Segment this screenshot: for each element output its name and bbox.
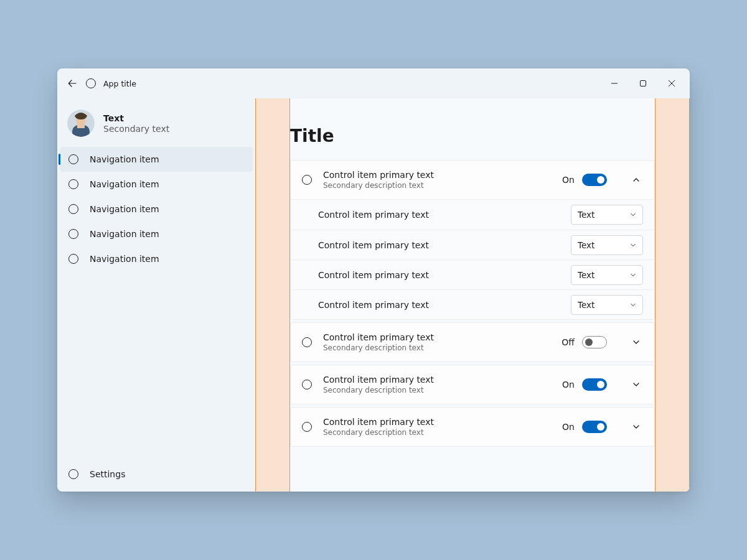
combo-box[interactable]: Text: [571, 235, 643, 255]
settings-group-0: Control item primary text Secondary desc…: [290, 160, 655, 320]
nav-item-label: Navigation item: [90, 179, 159, 189]
chevron-up-icon: [632, 176, 640, 184]
group-primary: Control item primary text: [323, 417, 551, 427]
toggle-group: On: [562, 174, 607, 186]
maximize-button[interactable]: [629, 73, 657, 93]
nav-settings[interactable]: Settings: [60, 462, 253, 487]
settings-group-2: Control item primary text Secondary desc…: [290, 365, 655, 404]
nav-item-label: Navigation item: [90, 254, 159, 264]
chevron-down-icon: [630, 242, 636, 248]
combo-box[interactable]: Text: [571, 295, 643, 315]
group-titles: Control item primary text Secondary desc…: [323, 375, 551, 394]
chevron-down-icon: [632, 381, 640, 388]
toggle-knob: [597, 176, 604, 184]
nav-item-icon: [68, 254, 78, 264]
nav-list: Navigation item Navigation item Navigati…: [57, 147, 255, 271]
group-primary: Control item primary text: [323, 375, 551, 385]
group-primary: Control item primary text: [323, 332, 550, 342]
back-button[interactable]: [66, 77, 78, 90]
nav-item-3[interactable]: Navigation item: [60, 222, 253, 246]
settings-group-3: Control item primary text Secondary desc…: [290, 407, 655, 447]
app-icon: [86, 78, 96, 88]
settings-row: Control item primary text Text: [291, 230, 654, 259]
settings-label: Settings: [90, 469, 125, 479]
nav-item-icon: [68, 229, 78, 239]
group-primary: Control item primary text: [323, 170, 551, 180]
expand-button[interactable]: [629, 378, 643, 391]
nav-item-2[interactable]: Navigation item: [60, 197, 253, 222]
app-window: App title: [57, 68, 690, 492]
expand-button[interactable]: [629, 420, 643, 434]
settings-group-header[interactable]: Control item primary text Secondary desc…: [291, 365, 654, 404]
settings-group-1: Control item primary text Secondary desc…: [290, 322, 655, 362]
nav-item-icon: [68, 154, 78, 164]
row-primary: Control item primary text: [318, 240, 571, 250]
close-button[interactable]: [657, 73, 686, 93]
combo-box[interactable]: Text: [571, 205, 643, 225]
toggle-switch[interactable]: [582, 336, 607, 348]
group-secondary: Secondary description text: [323, 386, 551, 394]
svg-rect-0: [641, 81, 646, 86]
chevron-down-icon: [630, 212, 636, 218]
settings-icon: [68, 469, 78, 479]
toggle-label: On: [562, 175, 575, 185]
nav-item-icon: [68, 179, 78, 189]
sidebar: Text Secondary text Navigation item Navi…: [57, 98, 255, 492]
toggle-switch[interactable]: [582, 378, 607, 391]
nav-item-label: Navigation item: [90, 229, 159, 239]
profile-primary: Text: [103, 113, 169, 123]
nav-item-icon: [68, 204, 78, 214]
app-title: App title: [103, 79, 136, 88]
settings-group-header[interactable]: Control item primary text Secondary desc…: [291, 408, 654, 446]
nav-item-0[interactable]: Navigation item: [60, 147, 253, 172]
group-icon: [302, 422, 312, 432]
avatar: [67, 110, 95, 137]
combo-value: Text: [578, 300, 594, 310]
page-title: Title: [290, 126, 655, 146]
group-icon: [302, 337, 312, 347]
combo-value: Text: [578, 210, 594, 220]
chevron-down-icon: [632, 423, 640, 431]
content-wrap: Title Control item primary text Secondar…: [255, 98, 690, 492]
group-titles: Control item primary text Secondary desc…: [323, 332, 550, 352]
titlebar-left: App title: [66, 77, 600, 90]
titlebar: App title: [57, 68, 690, 98]
close-icon: [669, 80, 675, 86]
group-icon: [302, 175, 312, 185]
chevron-down-icon: [630, 272, 636, 278]
expand-button[interactable]: [629, 335, 643, 349]
nav-item-4[interactable]: Navigation item: [60, 246, 253, 271]
nav-item-1[interactable]: Navigation item: [60, 172, 253, 197]
toggle-switch[interactable]: [582, 174, 607, 186]
profile-text: Text Secondary text: [103, 113, 169, 134]
toggle-switch[interactable]: [582, 421, 607, 433]
sidebar-spacer: [57, 271, 255, 462]
window-body: Text Secondary text Navigation item Navi…: [57, 98, 690, 492]
minimize-button[interactable]: [600, 73, 629, 93]
toggle-group: On: [562, 378, 607, 391]
svg-rect-5: [77, 123, 85, 128]
settings-group-header[interactable]: Control item primary text Secondary desc…: [291, 161, 654, 199]
settings-row: Control item primary text Text: [291, 289, 654, 319]
combo-value: Text: [578, 270, 594, 280]
layout-gutter-left: [255, 98, 290, 492]
row-primary: Control item primary text: [318, 210, 571, 220]
group-titles: Control item primary text Secondary desc…: [323, 170, 551, 190]
expand-button[interactable]: [629, 173, 643, 187]
chevron-down-icon: [632, 338, 640, 346]
toggle-knob: [597, 381, 604, 388]
toggle-group: On: [562, 421, 607, 433]
layout-gutter-right: [655, 98, 690, 492]
content: Title Control item primary text Secondar…: [290, 98, 655, 492]
settings-group-header[interactable]: Control item primary text Secondary desc…: [291, 323, 654, 362]
nav-item-label: Navigation item: [90, 154, 159, 164]
profile-secondary: Secondary text: [103, 124, 169, 134]
profile-block[interactable]: Text Secondary text: [57, 106, 255, 146]
avatar-image: [67, 110, 95, 137]
combo-box[interactable]: Text: [571, 265, 643, 285]
arrow-left-icon: [68, 79, 77, 88]
combo-value: Text: [578, 240, 594, 250]
toggle-label: On: [562, 380, 575, 390]
settings-row: Control item primary text Text: [291, 259, 654, 289]
minimize-icon: [611, 80, 618, 86]
